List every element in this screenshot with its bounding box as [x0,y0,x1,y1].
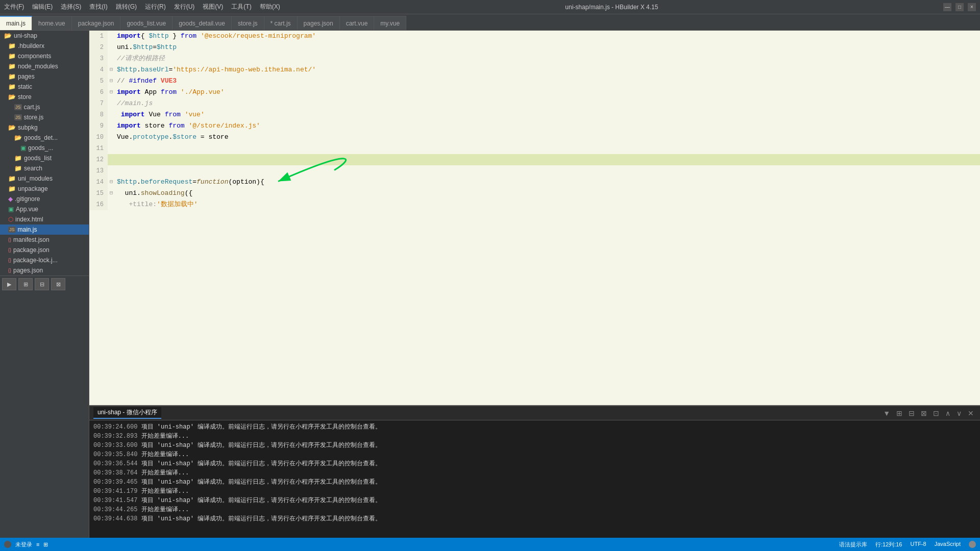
sidebar-item-package-lock-j---[interactable]: {} package-lock.j... [0,255,89,265]
sidebar-item-components[interactable]: 📁 components [0,51,89,61]
menu-help[interactable]: 帮助(X) [260,3,280,11]
tab-cart-vue[interactable]: cart.vue [340,16,375,30]
status-layout-icon[interactable]: ⊞ [43,541,48,548]
sidebar-item-goods----[interactable]: ▣ goods_... [0,143,89,153]
sidebar-action-btn-2[interactable]: ⊟ [35,278,49,290]
code-editor[interactable]: 1import{ $http } from '@escook/request-m… [89,31,980,405]
tab-home-vue[interactable]: home.vue [32,16,72,30]
terminal-btn-2[interactable]: ⊟ [906,409,917,417]
terminal-tabs[interactable]: uni-shap - 微信小程序 ▼ ⊞ ⊟ ⊠ ⊡ ∧ ∨ ✕ [89,406,980,420]
file-icon: 📁 [8,42,16,49]
tab-main-js[interactable]: main.js [0,16,32,30]
sidebar-item-store[interactable]: 📂 store [0,92,89,102]
line-content-8[interactable]: import Vue from 'vue' [115,109,980,120]
tab---cart-js[interactable]: * cart.js [264,16,298,30]
fold-indicator-11 [108,143,115,154]
line-content-5[interactable]: // #ifndef VUE3 [115,76,980,87]
line-content-7[interactable]: //main.js [115,98,980,109]
sidebar-item-static[interactable]: 📁 static [0,82,89,92]
sidebar-item-subpkg[interactable]: 📂 subpkg [0,122,89,133]
sidebar-action-btn-1[interactable]: ⊞ [18,278,33,290]
sidebar-item-search[interactable]: 📁 search [0,163,89,173]
filter-icon[interactable]: ▼ [881,409,892,417]
code-line-4: 4⊟$http.baseUrl='https://api-hmugo-web.i… [89,64,980,76]
tab-goods-list-vue[interactable]: goods_list.vue [120,16,173,30]
sidebar-item-node-modules[interactable]: 📁 node_modules [0,61,89,71]
terminal-btn-3[interactable]: ⊠ [919,409,929,417]
menu-bar[interactable]: 文件(F) 编辑(E) 选择(S) 查找(I) 跳转(G) 运行(R) 发行(U… [4,3,280,11]
sidebar-item-store-js[interactable]: JS store.js [0,112,89,122]
status-list-icon[interactable]: ≡ [36,541,39,547]
line-number-15: 15 [89,188,108,199]
line-content-16[interactable]: +title:'数据加载中' [115,199,980,210]
terminal-scroll-up[interactable]: ∧ [943,409,952,417]
sidebar-item-pages-json[interactable]: {} pages.json [0,265,89,276]
line-content-1[interactable]: import{ $http } from '@escook/request-mi… [115,31,980,42]
sidebar-item-goods-list[interactable]: 📁 goods_list [0,153,89,163]
terminal-close[interactable]: ✕ [966,409,976,417]
sidebar-item-manifest-json[interactable]: {} manifest.json [0,235,89,245]
menu-select[interactable]: 选择(S) [61,3,81,11]
menu-view[interactable]: 视图(V) [203,3,223,11]
line-content-14[interactable]: $http.beforeRequest=function(option){ [115,177,980,188]
sidebar-item-cart-js[interactable]: JS cart.js [0,102,89,112]
line-content-10[interactable]: Vue.prototype.$store = store [115,132,980,143]
line-content-9[interactable]: import store from '@/store/index.js' [115,120,980,132]
code-line-10: 10Vue.prototype.$store = store [89,132,980,143]
sidebar-item-app-vue[interactable]: ▣ App.vue [0,204,89,214]
tab-bar[interactable]: main.jshome.vuepackage.jsongoods_list.vu… [0,14,980,31]
login-status[interactable]: 未登录 [15,541,32,548]
sidebar-item-unpackage[interactable]: 📁 unpackage [0,184,89,194]
fold-indicator-5[interactable]: ⊟ [108,76,115,87]
line-content-6[interactable]: import App from './App.vue' [115,87,980,98]
file-icon: 📂 [8,124,16,131]
sidebar-item-uni-shap[interactable]: 📂 uni-shap [0,31,89,41]
sidebar-item-pages[interactable]: 📁 pages [0,71,89,82]
sidebar-item-goods-det---[interactable]: 📂 goods_det... [0,133,89,143]
sidebar-item-package-json[interactable]: {} package.json [0,245,89,255]
tab-store-js[interactable]: store.js [232,16,264,30]
sidebar-bottom-icons[interactable]: ▶⊞⊟⊠ [0,276,89,292]
tab-pages-json[interactable]: pages.json [298,16,340,30]
sidebar-item-index-html[interactable]: ⬡ index.html [0,214,89,224]
maximize-button[interactable]: □ [955,3,964,11]
sidebar-item--gitignore[interactable]: ◆ .gitignore [0,194,89,204]
sidebar-action-btn-3[interactable]: ⊠ [51,278,65,290]
line-content-12[interactable] [115,154,980,165]
line-content-4[interactable]: $http.baseUrl='https://api-hmugo-web.ith… [115,64,980,76]
fold-indicator-12 [108,154,115,165]
line-content-3[interactable]: //请求的根路径 [115,53,980,64]
menu-find[interactable]: 查找(I) [89,3,107,11]
close-button[interactable]: × [968,3,976,11]
fold-indicator-6[interactable]: ⊟ [108,87,115,98]
tab-package-json[interactable]: package.json [72,16,121,30]
line-content-15[interactable]: uni.showLoading({ [115,188,980,199]
terminal-tab-main[interactable]: uni-shap - 微信小程序 [93,407,161,419]
terminal-btn-1[interactable]: ⊞ [894,409,904,417]
terminal-scroll-down[interactable]: ∨ [954,409,964,417]
line-content-13[interactable] [115,165,980,177]
minimize-button[interactable]: — [943,3,951,11]
sidebar-action-btn-0[interactable]: ▶ [2,278,16,290]
tab-goods-detail-vue[interactable]: goods_detail.vue [173,16,232,30]
line-content-2[interactable]: uni.$http=$http [115,42,980,53]
menu-publish[interactable]: 发行(U) [174,3,195,11]
fold-indicator-15[interactable]: ⊟ [108,188,115,199]
fold-indicator-4[interactable]: ⊟ [108,64,115,76]
terminal-btn-4[interactable]: ⊡ [931,409,941,417]
terminal-log-line: 00:39:36.544 项目 'uni-shap' 编译成功。前端运行日志，请… [93,459,976,468]
sidebar-item-main-js[interactable]: JS main.js [0,224,89,235]
menu-edit[interactable]: 编辑(E) [32,3,53,11]
sidebar-item--hbuilderx[interactable]: 📁 .hbuilderx [0,41,89,51]
tab-my-vue[interactable]: my.vue [374,16,406,30]
menu-tools[interactable]: 工具(T) [231,3,251,11]
menu-file[interactable]: 文件(F) [4,3,24,11]
file-icon: 📂 [14,134,22,141]
sidebar-item-uni-modules[interactable]: 📁 uni_modules [0,173,89,184]
fold-indicator-14[interactable]: ⊟ [108,177,115,188]
line-content-11[interactable] [115,143,980,154]
window-controls[interactable]: — □ × [943,3,976,11]
menu-run[interactable]: 运行(R) [145,3,166,11]
terminal-controls[interactable]: ▼ ⊞ ⊟ ⊠ ⊡ ∧ ∨ ✕ [881,409,976,417]
menu-jump[interactable]: 跳转(G) [116,3,137,11]
